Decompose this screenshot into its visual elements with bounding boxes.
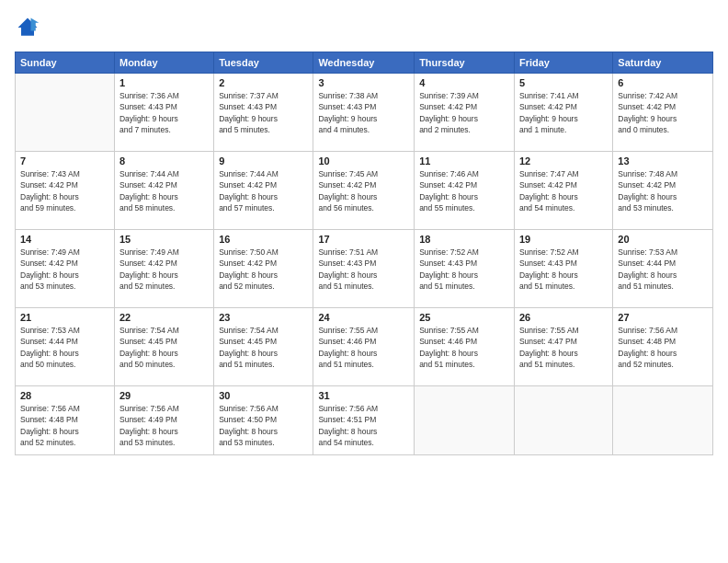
day-number: 30: [219, 390, 308, 401]
day-number: 5: [519, 77, 608, 88]
calendar-cell: 8Sunrise: 7:44 AM Sunset: 4:42 PM Daylig…: [114, 152, 213, 230]
day-info: Sunrise: 7:53 AM Sunset: 4:44 PM Dayligh…: [618, 247, 708, 292]
day-info: Sunrise: 7:36 AM Sunset: 4:43 PM Dayligh…: [119, 90, 209, 135]
calendar-cell: 25Sunrise: 7:55 AM Sunset: 4:46 PM Dayli…: [415, 308, 515, 386]
day-number: 13: [618, 155, 708, 167]
day-number: 21: [20, 312, 109, 323]
day-number: 20: [618, 234, 708, 245]
day-number: 15: [119, 234, 209, 245]
calendar-cell: 6Sunrise: 7:42 AM Sunset: 4:42 PM Daylig…: [613, 74, 713, 152]
calendar-cell: 23Sunrise: 7:54 AM Sunset: 4:45 PM Dayli…: [214, 308, 313, 386]
day-info: Sunrise: 7:50 AM Sunset: 4:42 PM Dayligh…: [219, 247, 308, 292]
calendar-cell: 30Sunrise: 7:56 AM Sunset: 4:50 PM Dayli…: [214, 386, 313, 455]
calendar-cell: [613, 386, 713, 455]
day-info: Sunrise: 7:43 AM Sunset: 4:42 PM Dayligh…: [20, 168, 109, 213]
day-info: Sunrise: 7:56 AM Sunset: 4:50 PM Dayligh…: [219, 403, 308, 448]
day-info: Sunrise: 7:55 AM Sunset: 4:47 PM Dayligh…: [519, 325, 608, 370]
day-number: 10: [318, 155, 409, 167]
calendar-cell: 18Sunrise: 7:52 AM Sunset: 4:43 PM Dayli…: [415, 230, 515, 308]
calendar-cell: 17Sunrise: 7:51 AM Sunset: 4:43 PM Dayli…: [313, 230, 415, 308]
weekday-header-sunday: Sunday: [16, 52, 115, 74]
day-info: Sunrise: 7:37 AM Sunset: 4:43 PM Dayligh…: [219, 90, 308, 135]
day-number: 8: [119, 155, 209, 167]
day-number: 12: [519, 155, 608, 167]
day-info: Sunrise: 7:55 AM Sunset: 4:46 PM Dayligh…: [318, 325, 409, 370]
weekday-header-friday: Friday: [514, 52, 612, 74]
calendar-cell: 22Sunrise: 7:54 AM Sunset: 4:45 PM Dayli…: [114, 308, 213, 386]
weekday-header-tuesday: Tuesday: [214, 52, 313, 74]
calendar-cell: 1Sunrise: 7:36 AM Sunset: 4:43 PM Daylig…: [114, 74, 213, 152]
calendar-cell: 13Sunrise: 7:48 AM Sunset: 4:42 PM Dayli…: [613, 152, 713, 230]
day-info: Sunrise: 7:44 AM Sunset: 4:42 PM Dayligh…: [119, 168, 209, 213]
day-number: 27: [618, 312, 708, 323]
day-info: Sunrise: 7:56 AM Sunset: 4:48 PM Dayligh…: [618, 325, 708, 370]
day-number: 2: [219, 77, 308, 88]
calendar-cell: 16Sunrise: 7:50 AM Sunset: 4:42 PM Dayli…: [214, 230, 313, 308]
day-number: 3: [318, 77, 409, 88]
day-info: Sunrise: 7:46 AM Sunset: 4:42 PM Dayligh…: [419, 168, 509, 213]
day-number: 31: [318, 390, 409, 401]
day-info: Sunrise: 7:56 AM Sunset: 4:51 PM Dayligh…: [318, 403, 409, 448]
logo-icon: [15, 15, 40, 40]
day-info: Sunrise: 7:54 AM Sunset: 4:45 PM Dayligh…: [119, 325, 209, 370]
weekday-header-saturday: Saturday: [613, 52, 713, 74]
calendar-cell: 15Sunrise: 7:49 AM Sunset: 4:42 PM Dayli…: [114, 230, 213, 308]
day-info: Sunrise: 7:49 AM Sunset: 4:42 PM Dayligh…: [20, 247, 109, 292]
calendar-cell: 31Sunrise: 7:56 AM Sunset: 4:51 PM Dayli…: [313, 386, 415, 455]
day-info: Sunrise: 7:52 AM Sunset: 4:43 PM Dayligh…: [419, 247, 509, 292]
day-info: Sunrise: 7:55 AM Sunset: 4:46 PM Dayligh…: [419, 325, 509, 370]
day-info: Sunrise: 7:39 AM Sunset: 4:42 PM Dayligh…: [419, 90, 509, 135]
weekday-header-thursday: Thursday: [415, 52, 515, 74]
day-info: Sunrise: 7:41 AM Sunset: 4:42 PM Dayligh…: [519, 90, 608, 135]
calendar-cell: 12Sunrise: 7:47 AM Sunset: 4:42 PM Dayli…: [514, 152, 612, 230]
page: SundayMondayTuesdayWednesdayThursdayFrid…: [0, 0, 728, 563]
weekday-header-row: SundayMondayTuesdayWednesdayThursdayFrid…: [16, 52, 713, 74]
calendar-table: SundayMondayTuesdayWednesdayThursdayFrid…: [15, 52, 713, 455]
day-number: 9: [219, 155, 308, 167]
day-info: Sunrise: 7:54 AM Sunset: 4:45 PM Dayligh…: [219, 325, 308, 370]
day-number: 19: [519, 234, 608, 245]
header: [15, 15, 713, 40]
day-number: 25: [419, 312, 509, 323]
svg-marker-1: [31, 18, 40, 31]
day-number: 26: [519, 312, 608, 323]
day-number: 7: [20, 155, 109, 167]
calendar-cell: 29Sunrise: 7:56 AM Sunset: 4:49 PM Dayli…: [114, 386, 213, 455]
day-number: 28: [20, 390, 109, 401]
day-number: 23: [219, 312, 308, 323]
calendar-cell: 4Sunrise: 7:39 AM Sunset: 4:42 PM Daylig…: [415, 74, 515, 152]
day-number: 4: [419, 77, 509, 88]
day-number: 14: [20, 234, 109, 245]
calendar-cell: 10Sunrise: 7:45 AM Sunset: 4:42 PM Dayli…: [313, 152, 415, 230]
calendar-cell: 14Sunrise: 7:49 AM Sunset: 4:42 PM Dayli…: [16, 230, 115, 308]
day-info: Sunrise: 7:42 AM Sunset: 4:42 PM Dayligh…: [618, 90, 708, 135]
day-info: Sunrise: 7:51 AM Sunset: 4:43 PM Dayligh…: [318, 247, 409, 292]
calendar-week-row: 14Sunrise: 7:49 AM Sunset: 4:42 PM Dayli…: [16, 230, 713, 308]
day-number: 1: [119, 77, 209, 88]
calendar-cell: [16, 74, 115, 152]
calendar-cell: [514, 386, 612, 455]
calendar-cell: 28Sunrise: 7:56 AM Sunset: 4:48 PM Dayli…: [16, 386, 115, 455]
calendar-cell: 27Sunrise: 7:56 AM Sunset: 4:48 PM Dayli…: [613, 308, 713, 386]
logo: [15, 15, 44, 40]
calendar-week-row: 21Sunrise: 7:53 AM Sunset: 4:44 PM Dayli…: [16, 308, 713, 386]
day-info: Sunrise: 7:52 AM Sunset: 4:43 PM Dayligh…: [519, 247, 608, 292]
day-info: Sunrise: 7:49 AM Sunset: 4:42 PM Dayligh…: [119, 247, 209, 292]
calendar-week-row: 1Sunrise: 7:36 AM Sunset: 4:43 PM Daylig…: [16, 74, 713, 152]
day-info: Sunrise: 7:53 AM Sunset: 4:44 PM Dayligh…: [20, 325, 109, 370]
calendar-cell: [415, 386, 515, 455]
calendar-cell: 11Sunrise: 7:46 AM Sunset: 4:42 PM Dayli…: [415, 152, 515, 230]
day-info: Sunrise: 7:47 AM Sunset: 4:42 PM Dayligh…: [519, 168, 608, 213]
day-number: 6: [618, 77, 708, 88]
day-info: Sunrise: 7:44 AM Sunset: 4:42 PM Dayligh…: [219, 168, 308, 213]
day-number: 29: [119, 390, 209, 401]
calendar-cell: 9Sunrise: 7:44 AM Sunset: 4:42 PM Daylig…: [214, 152, 313, 230]
calendar-week-row: 28Sunrise: 7:56 AM Sunset: 4:48 PM Dayli…: [16, 386, 713, 455]
day-info: Sunrise: 7:56 AM Sunset: 4:49 PM Dayligh…: [119, 403, 209, 448]
calendar-cell: 24Sunrise: 7:55 AM Sunset: 4:46 PM Dayli…: [313, 308, 415, 386]
weekday-header-monday: Monday: [114, 52, 213, 74]
day-number: 22: [119, 312, 209, 323]
day-info: Sunrise: 7:38 AM Sunset: 4:43 PM Dayligh…: [318, 90, 409, 135]
calendar-cell: 26Sunrise: 7:55 AM Sunset: 4:47 PM Dayli…: [514, 308, 612, 386]
day-number: 18: [419, 234, 509, 245]
